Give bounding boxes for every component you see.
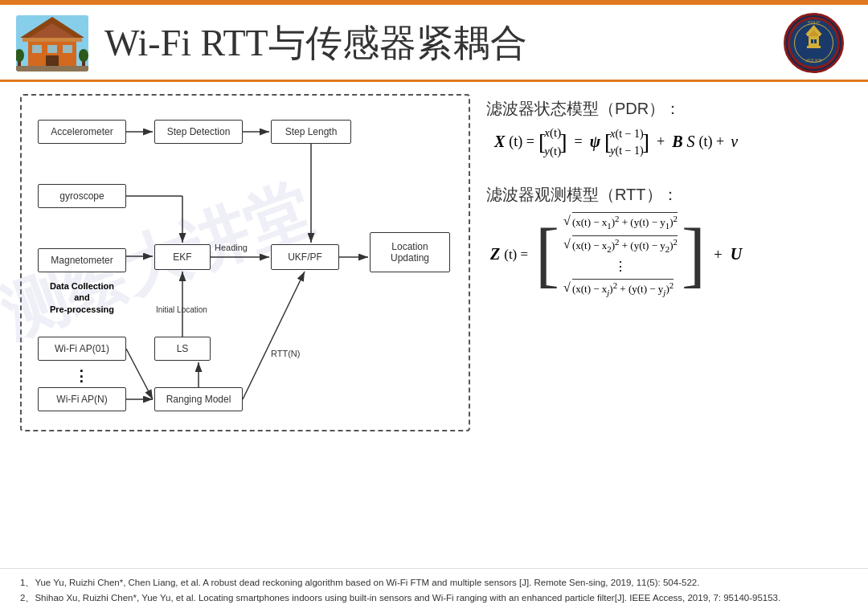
svg-rect-22 — [807, 46, 821, 48]
reference-1: 1、Yue Yu, Ruizhi Chen*, Chen Liang, et a… — [20, 575, 848, 590]
ukf-pf-box: UKF/PF — [271, 244, 339, 270]
ls-box: LS — [154, 337, 211, 361]
location-updating-box: LocationUpdating — [370, 232, 450, 272]
rtt-section: 滤波器观测模型（RTT）： Z (t) = [ √ (x(t) − x1)2 +… — [486, 184, 848, 301]
svg-line-35 — [126, 349, 153, 399]
rtt-title: 滤波器观测模型（RTT）： — [486, 184, 848, 206]
diagram-area: 测绘大讲堂 Accelerometer gyroscope Magnetomet… — [20, 94, 470, 560]
svg-text:Heading: Heading — [215, 243, 248, 252]
svg-point-13 — [79, 49, 88, 62]
header: Wi-Fi RTT与传感器紧耦合 武汉大学 WUHAN — [0, 5, 868, 82]
step-length-box: Step Length — [271, 120, 351, 144]
step-detection-box: Step Detection — [154, 120, 243, 144]
svg-text:WUHAN: WUHAN — [808, 20, 820, 24]
svg-rect-21 — [814, 39, 817, 43]
gyroscope-box: gyroscope — [38, 184, 126, 208]
formula-area: 滤波器状态模型（PDR）： X (t) = [ x(t) y(t) ] — [486, 94, 848, 560]
svg-rect-7 — [63, 45, 72, 53]
ekf-box: EKF — [154, 244, 211, 270]
header-building-image — [16, 15, 88, 72]
ranging-model-box: Ranging Model — [154, 387, 243, 411]
slide-title: Wi-Fi RTT与传感器紧耦合 — [104, 18, 784, 68]
svg-rect-3 — [23, 38, 82, 42]
wifi-ap-01-box: Wi-Fi AP(01) — [38, 337, 126, 361]
svg-rect-9 — [16, 66, 88, 72]
main-content: 测绘大讲堂 Accelerometer gyroscope Magnetomet… — [0, 82, 868, 568]
svg-rect-6 — [47, 45, 57, 53]
university-logo: 武汉大学 WUHAN — [784, 13, 844, 73]
flow-container: Accelerometer gyroscope Magnetometer Dat… — [34, 108, 457, 418]
svg-rect-20 — [811, 39, 813, 43]
diagram-box: 测绘大讲堂 Accelerometer gyroscope Magnetomet… — [20, 94, 470, 431]
svg-line-38 — [243, 272, 305, 399]
svg-rect-8 — [46, 55, 59, 66]
pdr-section: 滤波器状态模型（PDR）： X (t) = [ x(t) y(t) ] — [486, 98, 848, 164]
references: 1、Yue Yu, Ruizhi Chen*, Chen Liang, et a… — [0, 568, 868, 613]
pdr-formula: X (t) = [ x(t) y(t) ] = ψ — [494, 124, 848, 160]
dots: ⋮ — [74, 367, 88, 385]
svg-text:武汉大学: 武汉大学 — [806, 58, 822, 63]
rtt-formula: Z (t) = [ √ (x(t) − x1)2 + (y(t) − y1)2 — [490, 212, 848, 297]
svg-text:RTT(N): RTT(N) — [271, 349, 300, 358]
data-collection-label: Data CollectionandPre-processing — [46, 280, 118, 315]
accelerometer-box: Accelerometer — [38, 120, 126, 144]
svg-rect-5 — [32, 45, 42, 53]
svg-text:Initial Location: Initial Location — [156, 305, 207, 314]
wifi-ap-n-box: Wi-Fi AP(N) — [38, 387, 126, 411]
reference-2: 2、Shihao Xu, Ruizhi Chen*, Yue Yu, et al… — [20, 591, 848, 605]
slide: Wi-Fi RTT与传感器紧耦合 武汉大学 WUHAN — [0, 0, 868, 613]
pdr-title: 滤波器状态模型（PDR）： — [486, 98, 848, 120]
svg-rect-19 — [809, 36, 819, 46]
magnetometer-box: Magnetometer — [38, 248, 126, 272]
